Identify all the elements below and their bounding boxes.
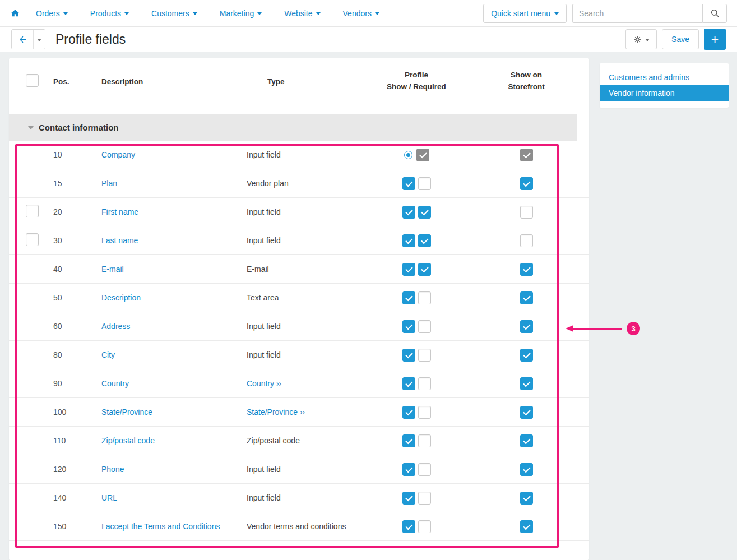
row-pos: 15 <box>44 179 92 188</box>
profile-required-checkbox[interactable] <box>418 206 431 219</box>
back-button-group <box>11 29 45 49</box>
settings-gear-button[interactable] <box>625 29 657 49</box>
nav-item-products[interactable]: Products <box>90 9 129 18</box>
chevron-down-icon <box>645 39 650 41</box>
chevron-down-icon <box>63 12 68 15</box>
profile-show-checkbox[interactable] <box>402 263 415 276</box>
profile-required-checkbox[interactable] <box>418 377 431 390</box>
profile-show-checkbox[interactable] <box>402 206 415 219</box>
profile-required-checkbox[interactable] <box>418 234 431 247</box>
profile-show-checkbox[interactable] <box>402 520 415 533</box>
profile-show-checkbox[interactable] <box>402 291 415 304</box>
table-row: 20First nameInput field <box>9 198 589 226</box>
storefront-checkbox[interactable] <box>520 320 533 333</box>
row-select-checkbox[interactable] <box>26 205 39 217</box>
collapse-caret-icon[interactable] <box>28 126 34 129</box>
profile-required-checkbox[interactable] <box>418 492 431 505</box>
add-button[interactable]: + <box>704 29 726 50</box>
row-type: Input field <box>247 236 281 245</box>
back-dropdown-button[interactable] <box>33 30 45 49</box>
storefront-checkbox[interactable] <box>520 234 533 247</box>
profile-show-checkbox[interactable] <box>402 349 415 362</box>
storefront-checkbox[interactable] <box>520 291 533 304</box>
table-row: 30Last nameInput field <box>9 226 589 255</box>
storefront-checkbox[interactable] <box>520 206 533 219</box>
storefront-checkbox[interactable] <box>520 349 533 362</box>
storefront-checkbox[interactable] <box>520 434 533 447</box>
home-button[interactable] <box>10 8 20 18</box>
row-description-link[interactable]: E-mail <box>101 265 124 274</box>
row-type-link[interactable]: State/Province ›› <box>247 408 305 416</box>
table-rows: 10CompanyInput field15PlanVendor plan20F… <box>9 141 589 541</box>
sidebar-item-vendor-information[interactable]: Vendor information <box>600 85 729 101</box>
nav-item-orders[interactable]: Orders <box>36 9 68 18</box>
nav-item-website[interactable]: Website <box>284 9 320 18</box>
profile-show-checkbox[interactable] <box>402 492 415 505</box>
row-description-link[interactable]: Plan <box>101 179 117 188</box>
storefront-checkbox <box>520 149 533 161</box>
search-button[interactable] <box>702 4 727 23</box>
profile-required-checkbox[interactable] <box>418 177 431 190</box>
storefront-checkbox[interactable] <box>520 406 533 419</box>
row-description-link[interactable]: Zip/postal code <box>101 436 155 445</box>
nav-item-label: Orders <box>36 9 60 18</box>
row-description-link[interactable]: State/Province <box>101 408 152 416</box>
profile-show-checkbox[interactable] <box>402 406 415 419</box>
row-description-link[interactable]: Address <box>101 322 130 331</box>
storefront-checkbox[interactable] <box>520 463 533 476</box>
table-row: 60AddressInput field <box>9 312 589 341</box>
profile-show-checkbox[interactable] <box>402 177 415 190</box>
row-description-link[interactable]: Last name <box>101 236 138 245</box>
profile-required-checkbox[interactable] <box>418 263 431 276</box>
row-type: Input field <box>247 493 281 502</box>
profile-required-checkbox[interactable] <box>418 406 431 419</box>
nav-item-marketing[interactable]: Marketing <box>220 9 262 18</box>
row-description-link[interactable]: Phone <box>101 465 124 474</box>
nav-item-vendors[interactable]: Vendors <box>343 9 379 18</box>
back-button[interactable] <box>12 30 33 49</box>
chevron-down-icon <box>316 12 321 15</box>
row-type-link[interactable]: Country ›› <box>247 379 281 388</box>
sidebar-item-customers-and-admins[interactable]: Customers and admins <box>600 70 729 85</box>
profile-required-checkbox[interactable] <box>418 320 431 333</box>
row-description-link[interactable]: First name <box>101 207 138 216</box>
profile-required-checkbox[interactable] <box>418 349 431 362</box>
row-description-link[interactable]: Company <box>101 150 135 159</box>
row-type: Input field <box>247 207 281 216</box>
nav-item-label: Products <box>90 9 121 18</box>
profile-show-checkbox[interactable] <box>402 234 415 247</box>
row-type: E-mail <box>247 265 269 274</box>
save-button[interactable]: Save <box>662 29 699 49</box>
row-pos: 30 <box>44 236 92 245</box>
row-select-checkbox[interactable] <box>26 233 39 246</box>
page-title: Profile fields <box>55 32 126 47</box>
col-header-profile: Profile Show / Required <box>355 70 478 93</box>
profile-show-checkbox[interactable] <box>402 434 415 447</box>
storefront-checkbox[interactable] <box>520 263 533 276</box>
row-description-link[interactable]: Description <box>101 293 141 302</box>
profile-show-checkbox[interactable] <box>402 320 415 333</box>
profile-required-checkbox[interactable] <box>418 291 431 304</box>
profile-show-checkbox[interactable] <box>402 463 415 476</box>
row-description-link[interactable]: URL <box>101 493 117 502</box>
nav-item-label: Marketing <box>220 9 254 18</box>
select-all-checkbox[interactable] <box>26 74 39 87</box>
profile-show-checkbox[interactable] <box>402 377 415 390</box>
content-area: Pos. Description Type Profile Show / Req… <box>0 52 737 560</box>
profile-required-checkbox[interactable] <box>418 463 431 476</box>
storefront-checkbox[interactable] <box>520 492 533 505</box>
quick-start-menu-button[interactable]: Quick start menu <box>483 4 567 23</box>
storefront-checkbox[interactable] <box>520 377 533 390</box>
row-description-link[interactable]: Country <box>101 379 129 388</box>
row-description-link[interactable]: City <box>101 350 115 359</box>
storefront-checkbox[interactable] <box>520 177 533 190</box>
row-description-link[interactable]: I accept the Terms and Conditions <box>101 522 220 531</box>
profile-show-radio[interactable] <box>404 151 412 159</box>
nav-item-customers[interactable]: Customers <box>151 9 197 18</box>
row-pos: 140 <box>44 493 92 502</box>
profile-required-checkbox[interactable] <box>418 520 431 533</box>
row-pos: 20 <box>44 207 92 216</box>
storefront-checkbox[interactable] <box>520 520 533 533</box>
search-input[interactable] <box>572 4 702 23</box>
profile-required-checkbox[interactable] <box>418 434 431 447</box>
